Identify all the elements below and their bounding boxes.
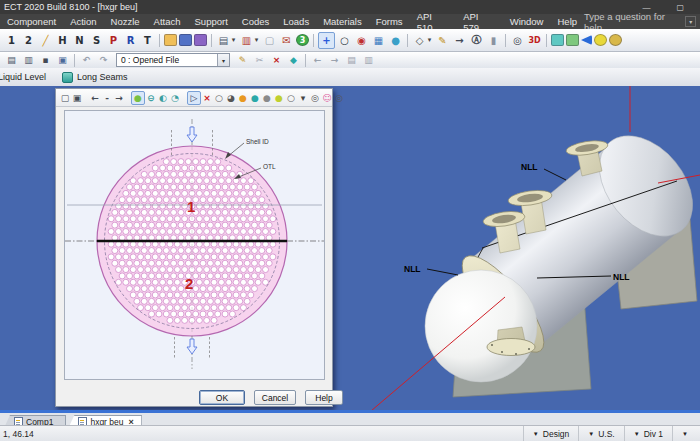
export-dropdown-icon[interactable]: ▾ [253,33,260,48]
tube-outline-icon[interactable]: ○ [285,92,297,104]
menu-window[interactable]: Window [503,14,551,29]
arrow-left-icon[interactable]: ← [89,92,101,104]
help-button[interactable]: Help [305,390,343,405]
tubesheet-component-icon[interactable]: T [140,33,155,48]
forward-icon[interactable]: → [327,54,342,67]
select-cursor-icon[interactable]: ▷ [187,91,201,105]
tube-dropdown-icon[interactable]: ▾ [297,92,309,104]
menu-support[interactable]: Support [188,14,235,29]
output-listing-icon[interactable]: ▥ [21,54,36,67]
share-icon[interactable]: ◆ [286,54,301,67]
dash-icon[interactable]: - [101,92,113,104]
ring-component-icon[interactable]: R [123,33,138,48]
zoom-icon[interactable]: ○ [337,33,352,48]
dropdown-icon[interactable]: ▼ [588,431,594,437]
view-dropdown-icon[interactable]: ▾ [426,33,433,48]
component-cone-icon[interactable] [581,35,592,45]
tube-orange-icon[interactable]: ● [237,92,249,104]
undo-icon[interactable]: ↶ [79,54,94,67]
handbook-icon[interactable] [194,34,207,46]
tube-half-icon[interactable]: ◐ [157,92,169,104]
menu-materials[interactable]: Materials [316,14,369,29]
globe-icon[interactable]: ● [388,33,403,48]
chart-icon[interactable]: ▦ [371,33,386,48]
solid-view-icon[interactable]: ▮ [486,33,501,48]
dropdown-icon[interactable]: ▼ [634,431,640,437]
menu-api-510[interactable]: API 510 [410,14,457,29]
input-1-icon[interactable]: 1 [4,33,19,48]
status-units[interactable]: ▼ U.S. [578,426,623,441]
copy-layout-icon[interactable]: ▣ [71,92,83,104]
component-flange-icon[interactable] [609,34,622,46]
help-dropdown-icon[interactable]: ▾ [685,16,696,27]
wizard-icon[interactable]: ╱ [38,33,53,48]
preview-icon[interactable]: ▢ [262,33,277,48]
tube-small-icon[interactable]: ◎ [333,92,345,104]
summary-icon[interactable]: ▥ [361,54,376,67]
head-component-icon[interactable]: H [55,33,70,48]
tube-ring-icon[interactable]: ◎ [309,92,321,104]
tube-teal-icon[interactable]: ● [249,92,261,104]
component-elbow-icon[interactable] [566,34,579,46]
combobox-dropdown-icon[interactable]: ▾ [217,54,229,66]
menu-component[interactable]: Component [0,14,63,29]
tube-yellow-icon[interactable]: ● [273,92,285,104]
pan-icon[interactable]: + [318,32,335,49]
delete-tube-icon[interactable]: × [201,92,213,104]
annotate-icon[interactable]: ✎ [435,33,450,48]
menu-nozzle[interactable]: Nozzle [104,14,147,29]
open-file-combobox[interactable]: 0 : Opened File ▾ [116,53,230,67]
save-file-icon[interactable] [179,34,192,46]
cut-icon[interactable]: ✂ [252,54,267,67]
goto-icon[interactable]: → [452,33,467,48]
open-file-icon[interactable] [164,34,177,46]
component-head-icon[interactable] [594,34,607,46]
nozzle-component-icon[interactable]: N [72,33,87,48]
view-cube-icon[interactable]: ◇ [412,33,427,48]
menu-codes[interactable]: Codes [235,14,276,29]
dock-long-seams[interactable]: Long Seams [62,72,144,83]
error-check-icon[interactable]: ◉ [354,33,369,48]
tube-fill-icon[interactable]: ● [131,91,145,105]
tube-gray-icon[interactable]: ● [261,92,273,104]
tube-white-icon[interactable]: ○ [213,92,225,104]
new-layout-icon[interactable]: ▢ [59,92,71,104]
component-cylinder-icon[interactable] [551,34,564,46]
menu-loads[interactable]: Loads [276,14,316,29]
dropdown-icon[interactable]: ▼ [533,431,539,437]
browse-image-icon[interactable]: ▣ [55,54,70,67]
status-division[interactable]: ▼ Div 1 [624,426,672,441]
status-design-mode[interactable]: ▼ Design [523,426,578,441]
menu-attach[interactable]: Attach [147,14,188,29]
wireframe-sphere-icon[interactable]: ◎ [510,33,525,48]
back-icon[interactable]: ← [310,54,325,67]
shell-component-icon[interactable]: S [89,33,104,48]
email-icon[interactable]: ✉ [279,33,294,48]
input-listing-icon[interactable]: ▤ [4,54,19,67]
label-a-icon[interactable]: Ⓐ [469,33,484,48]
menu-help[interactable]: Help [550,14,584,29]
input-2-icon[interactable]: 2 [21,33,36,48]
delete-icon[interactable]: × [269,54,284,67]
report-icon[interactable]: ▤ [216,33,231,48]
tube-groups-icon[interactable]: ☺ [321,92,333,104]
arrow-right-icon[interactable]: → [113,92,125,104]
pipe-component-icon[interactable]: P [106,33,121,48]
batch-print-icon[interactable]: ▤ [344,54,359,67]
report-dropdown-icon[interactable]: ▾ [230,33,237,48]
ok-button[interactable]: OK [199,390,245,405]
redo-icon[interactable]: ↷ [96,54,111,67]
menu-action[interactable]: Action [63,14,103,29]
calc-ball-icon[interactable]: 3 [296,34,309,46]
tube-quarter-icon[interactable]: ◔ [169,92,181,104]
edit-icon[interactable]: ✎ [235,54,250,67]
view-3d-icon[interactable]: 3D [527,33,542,48]
menu-forms[interactable]: Forms [369,14,410,29]
status-dropdown-extra[interactable]: ▼ [672,426,697,441]
tube-dark-icon[interactable]: ◕ [225,92,237,104]
tubesheet-drawing-canvas[interactable]: Shell ID OTL 1 2 [64,110,325,380]
dropdown-icon[interactable]: ▼ [682,431,688,437]
3d-viewport[interactable]: NLL NLL NLL [340,86,700,410]
export-pdf-icon[interactable]: ▥ [239,33,254,48]
menu-api-579[interactable]: API 579 [456,14,503,29]
